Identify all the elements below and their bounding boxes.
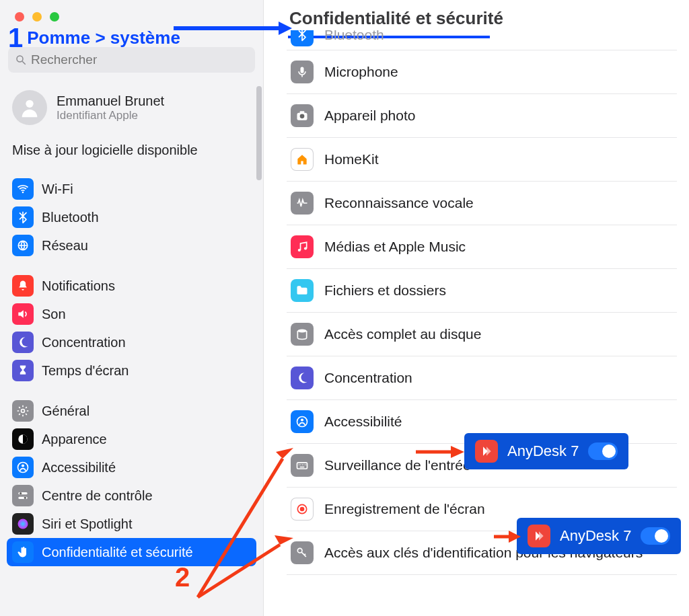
search-field[interactable] (8, 47, 255, 73)
settings-row-homekit[interactable]: HomeKit (287, 138, 677, 182)
account-sub: Identifiant Apple (57, 109, 164, 122)
sidebar-item-label: Notifications (42, 278, 115, 294)
svg-point-0 (17, 56, 23, 62)
sidebar-item-controlcenter[interactable]: Centre de contrôle (7, 482, 256, 510)
person-icon (12, 457, 34, 478)
sidebar-item-notifications[interactable]: Notifications (7, 272, 256, 300)
sidebar-item-label: Apparence (42, 432, 107, 447)
svg-line-1 (22, 61, 26, 65)
svg-point-20 (297, 330, 306, 333)
settings-row-speech[interactable]: Reconnaissance vocale (287, 182, 677, 225)
music-icon (291, 235, 314, 258)
sidebar-item-label: Temps d'écran (42, 363, 129, 379)
svg-point-11 (20, 492, 22, 494)
sidebar-item-label: Concentration (42, 335, 126, 350)
person-icon (18, 96, 41, 119)
keyboard-icon (291, 454, 314, 477)
sidebar: Emmanuel Brunet Identifiant Apple Mise à… (0, 0, 264, 616)
folder-icon (291, 279, 314, 302)
settings-list: BluetoothMicrophoneAppareil photoHomeKit… (287, 30, 677, 575)
svg-point-26 (297, 548, 302, 553)
svg-point-25 (300, 507, 305, 512)
sidebar-item-privacy[interactable]: Confidentialité et sécurité (7, 538, 256, 566)
moon-icon (291, 367, 314, 389)
settings-row-camera[interactable]: Appareil photo (287, 94, 677, 138)
settings-row-microphone[interactable]: Microphone (287, 50, 677, 94)
person-icon (291, 410, 314, 433)
record-icon (291, 498, 314, 521)
close-window-button[interactable] (15, 12, 24, 22)
svg-point-2 (26, 100, 33, 108)
svg-point-3 (22, 192, 24, 194)
sidebar-nav: Wi-FiBluetoothRéseauNotificationsSonConc… (0, 174, 263, 568)
appearance-icon (12, 428, 34, 450)
toggle-on[interactable] (641, 527, 670, 545)
software-update-notice[interactable]: Mise à jour logicielle disponible (0, 136, 263, 174)
minimize-window-button[interactable] (32, 12, 42, 22)
search-input[interactable] (31, 52, 248, 67)
settings-row-media[interactable]: Médias et Apple Music (287, 225, 677, 269)
sidebar-item-label: Son (42, 307, 66, 322)
home-icon (291, 148, 314, 171)
settings-row-fulldisk[interactable]: Accès complet au disque (287, 313, 677, 356)
sidebar-item-appearance[interactable]: Apparence (7, 425, 256, 453)
mic-icon (291, 61, 314, 83)
settings-row-label: Concentration (324, 370, 412, 386)
search-icon (15, 54, 27, 66)
svg-rect-23 (297, 463, 307, 469)
sidebar-item-wifi[interactable]: Wi-Fi (7, 175, 256, 203)
settings-row-label: Médias et Apple Music (324, 239, 466, 255)
sidebar-item-focus[interactable]: Concentration (7, 328, 256, 356)
hand-icon (12, 541, 34, 563)
settings-row-label: Reconnaissance vocale (324, 195, 474, 211)
svg-point-18 (298, 249, 301, 252)
sidebar-item-sound[interactable]: Son (7, 300, 256, 328)
settings-row-label: Accès complet au disque (324, 326, 481, 342)
speaker-icon (12, 303, 34, 325)
anydesk-label: AnyDesk 7 (560, 527, 631, 545)
disk-icon (291, 323, 314, 346)
settings-row-bluetooth[interactable]: Bluetooth (287, 30, 677, 50)
anydesk-badge-screenrec: AnyDesk 7 (517, 518, 681, 554)
svg-point-5 (22, 410, 25, 413)
sidebar-item-bluetooth[interactable]: Bluetooth (7, 203, 256, 231)
sidebar-item-label: Réseau (42, 238, 88, 254)
svg-point-21 (297, 417, 307, 427)
svg-point-7 (18, 463, 28, 473)
svg-point-13 (18, 519, 28, 529)
svg-marker-40 (539, 531, 544, 540)
svg-point-8 (22, 464, 24, 467)
sidebar-item-accessibility[interactable]: Accessibilité (7, 453, 256, 482)
settings-row-files[interactable]: Fichiers et dossiers (287, 269, 677, 313)
anydesk-icon (528, 525, 550, 547)
anydesk-icon (475, 440, 498, 463)
page-title: Confidentialité et sécurité (287, 8, 677, 29)
sidebar-item-general[interactable]: Général (7, 397, 256, 425)
svg-rect-17 (300, 111, 305, 113)
sidebar-item-screentime[interactable]: Temps d'écran (7, 356, 256, 385)
settings-row-label: Surveillance de l'entrée (324, 457, 471, 473)
sidebar-item-label: Confidentialité et sécurité (42, 545, 193, 560)
settings-row-label: Accessibilité (324, 414, 402, 430)
key-icon (291, 541, 314, 564)
sidebar-item-label: Centre de contrôle (42, 488, 153, 504)
apple-id-row[interactable]: Emmanuel Brunet Identifiant Apple (0, 85, 263, 136)
hourglass-icon (12, 360, 34, 381)
settings-row-label: Appareil photo (324, 108, 415, 124)
toggle-on[interactable] (588, 442, 618, 460)
scrollbar-thumb[interactable] (256, 86, 262, 180)
svg-marker-38 (486, 447, 491, 455)
sidebar-item-network[interactable]: Réseau (7, 231, 256, 260)
sidebar-item-label: Siri et Spotlight (42, 516, 133, 532)
fullscreen-window-button[interactable] (50, 12, 59, 22)
wave-icon (291, 192, 314, 215)
avatar (12, 90, 47, 125)
sidebar-item-siri[interactable]: Siri et Spotlight (7, 510, 256, 538)
settings-row-label: Enregistrement de l'écran (324, 501, 485, 517)
sidebar-item-label: Accessibilité (42, 460, 116, 475)
svg-point-22 (301, 418, 303, 421)
bell-icon (12, 275, 34, 297)
window-controls (15, 12, 59, 22)
svg-point-19 (304, 247, 307, 249)
settings-row-focus[interactable]: Concentration (287, 356, 677, 400)
